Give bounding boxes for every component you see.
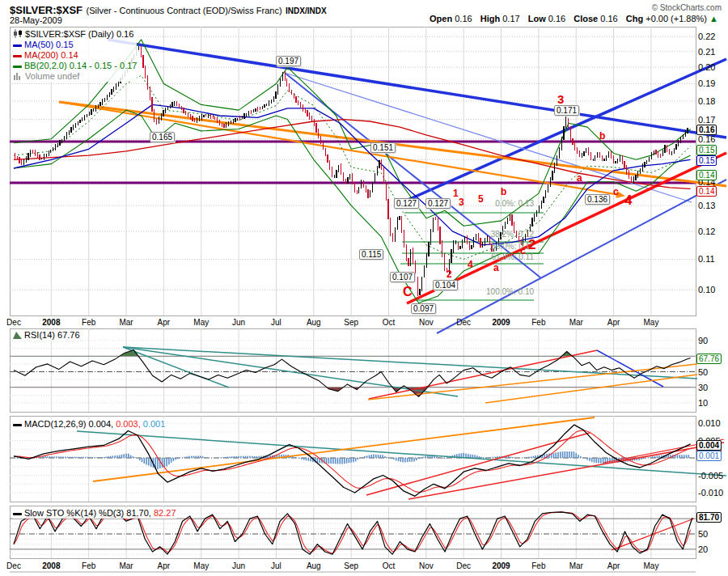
sto-line-icon — [13, 513, 22, 515]
wave-label: 4 — [624, 193, 632, 207]
month-label: 2009 — [488, 561, 515, 570]
month-label: Dec — [450, 561, 477, 570]
exchange: INDX/INDX — [286, 6, 327, 15]
macd-label-main: MACD(12,26,9) 0.004, — [24, 419, 113, 429]
rsi-legend: RSI(14) 67.76 — [13, 330, 80, 341]
fib-label: 38.2%: 0.12 — [457, 230, 534, 239]
month-label: Dec — [0, 561, 28, 570]
open-value: 0.16 — [455, 14, 472, 23]
wave-label: 3 — [557, 93, 564, 105]
month-label: May — [637, 561, 665, 570]
legend-bb-label: BB(20,2.0) 0.14 - 0.15 - 0.17 — [24, 61, 137, 70]
legend-ma200-label: MA(200) 0.14 — [24, 50, 78, 60]
month-label: Nov — [413, 561, 440, 570]
wave-label: 2 — [528, 238, 535, 252]
month-label: Feb — [525, 561, 552, 570]
month-label: Apr — [150, 561, 177, 570]
y-tick-label: 10 — [698, 398, 708, 408]
sto-label-main: Slow STO %K(14) %D(3) 81.70, — [24, 508, 151, 518]
price-callout: 0.197 — [276, 56, 301, 66]
fib-label: 0.0%: 0.13 — [457, 199, 534, 208]
price-callout: 0.127 — [394, 198, 419, 209]
wave-label: b — [501, 187, 506, 197]
y-tick-label: 0.10 — [698, 285, 715, 294]
macd-line-icon — [13, 424, 22, 426]
month-label: 2008 — [37, 561, 65, 570]
legend-symbol-row: $SILVER:$XSF (Daily) 0.16 — [13, 29, 137, 40]
price-callout: 0.097 — [411, 303, 436, 314]
chg-label: Chg — [626, 14, 643, 23]
month-label: 2009 — [488, 318, 515, 327]
ma200-line-icon — [13, 55, 22, 57]
month-label: Apr — [150, 318, 177, 327]
month-label: Apr — [600, 318, 628, 327]
legend-bb-row: BB(20,2.0) 0.14 - 0.15 - 0.17 — [13, 61, 137, 71]
y-tick-label: 50 — [698, 367, 708, 377]
month-label: Apr — [600, 561, 628, 570]
month-label: Aug — [300, 561, 328, 570]
y-tick-label: 0.010 — [698, 418, 721, 428]
rsi-panel — [14, 347, 697, 403]
chart-canvas — [0, 0, 728, 576]
month-label: Aug — [300, 318, 328, 327]
month-label: Mar — [562, 561, 590, 570]
month-label: Nov — [413, 318, 440, 327]
macd-label-hist: 0.001 — [143, 419, 166, 429]
legend-volume-label: Volume undef — [25, 71, 79, 81]
low-label: Low — [528, 14, 546, 23]
wave-label: 2 — [447, 269, 452, 279]
month-label: Jul — [262, 318, 290, 327]
wave-label: a — [577, 173, 582, 183]
stockcharts-chart: $SILVER:$XSF (Silver - Continuous Contra… — [0, 0, 728, 576]
month-label: Feb — [75, 561, 103, 570]
price-callout: 0.151 — [370, 142, 396, 153]
wave-label: c — [520, 246, 526, 256]
axis-price-tag: 0.14 — [696, 186, 717, 197]
open-label: Open — [430, 14, 452, 23]
month-label: Feb — [525, 318, 552, 327]
legend-symbol-label: $SILVER:$XSF (Daily) 0.16 — [25, 29, 133, 39]
symbol: $SILVER:$XSF — [10, 4, 83, 16]
price-callout: 0.115 — [359, 249, 383, 260]
symbol-description: (Silver - Continuous Contract (EOD)/Swis… — [87, 6, 282, 15]
month-label: Mar — [562, 318, 590, 327]
month-label: May — [637, 318, 665, 327]
axis-price-tag: 0.15 — [696, 155, 717, 166]
month-label: Sep — [337, 318, 365, 327]
month-label: 2008 — [37, 318, 65, 327]
close-value: 0.16 — [600, 14, 617, 23]
price-callout: 0.107 — [390, 272, 415, 282]
month-label: Dec — [450, 318, 477, 327]
month-label: Jun — [225, 561, 252, 570]
legend-ma50-row: MA(50) 0.15 — [13, 40, 137, 50]
sto-legend: Slow STO %K(14) %D(3) 81.70, 82.27 — [13, 508, 176, 519]
month-label: Dec — [0, 318, 28, 327]
y-tick-label: 20 — [698, 544, 708, 554]
y-tick-label: 30 — [698, 383, 708, 392]
volume-bars-icon — [13, 71, 23, 81]
price-callout: 0.171 — [554, 105, 579, 116]
month-label: May — [188, 318, 215, 327]
price-callout: 0.165 — [150, 132, 175, 142]
y-tick-label: 50 — [698, 529, 708, 539]
chg-up-arrow-icon: ▲ — [709, 14, 718, 23]
candlestick-icon — [13, 29, 23, 39]
high-label: High — [480, 14, 500, 23]
month-label: Sep — [337, 561, 365, 570]
axis-price-tag: 0.001 — [696, 451, 722, 461]
macd-legend: MACD(12,26,9) 0.004, 0.003, 0.001 — [13, 419, 165, 430]
chg-value: +0.00 (+1.88%) — [645, 14, 707, 23]
y-tick-label: 0.20 — [698, 62, 715, 72]
high-value: 0.17 — [502, 14, 519, 23]
axis-price-tag: 0.004 — [696, 440, 722, 451]
wave-label: c — [613, 187, 619, 197]
y-tick-label: 0.17 — [698, 115, 715, 125]
main-legend: $SILVER:$XSF (Daily) 0.16 MA(50) 0.15 MA… — [13, 29, 137, 82]
wave-label: a — [493, 263, 499, 273]
y-tick-label: -0.010 — [698, 488, 723, 498]
month-label: Feb — [75, 318, 103, 327]
wave-label: 5 — [478, 194, 484, 204]
bb-line-icon — [13, 66, 22, 68]
price-callout: 0.136 — [585, 194, 610, 205]
sto-label-d: 82.27 — [154, 508, 176, 518]
